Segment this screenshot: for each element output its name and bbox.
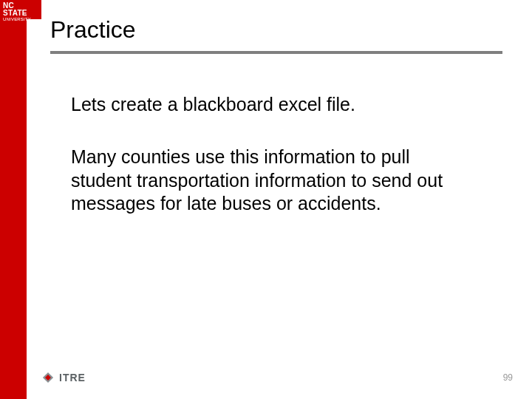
paragraph-2: Many counties use this information to pu… <box>71 146 455 215</box>
ncstate-logo: NC STATE UNIVERSITY <box>0 0 41 19</box>
itre-logo-text: ITRE <box>59 372 86 383</box>
body-text: Lets create a blackboard excel file. Man… <box>71 93 455 215</box>
left-accent-bar <box>0 0 27 399</box>
logo-line-1: NC STATE <box>3 2 38 17</box>
logo-line-2: UNIVERSITY <box>3 17 38 21</box>
title-area: Practice <box>50 16 502 54</box>
page-number: 99 <box>503 372 513 383</box>
diamond-icon <box>41 371 55 384</box>
page-title: Practice <box>50 16 502 50</box>
paragraph-1: Lets create a blackboard excel file. <box>71 93 455 116</box>
title-divider <box>50 51 502 54</box>
slide: NC STATE UNIVERSITY Practice Lets create… <box>0 0 532 399</box>
itre-logo: ITRE <box>41 371 86 384</box>
